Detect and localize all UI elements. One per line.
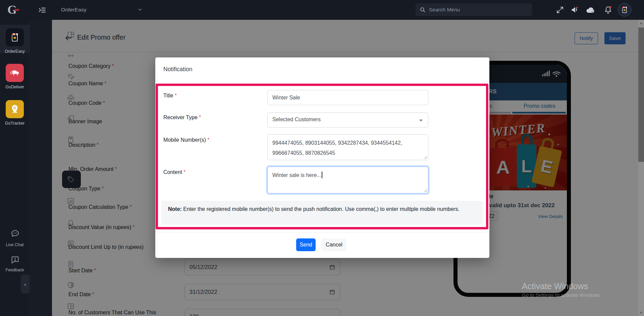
cloud-sync-icon[interactable] (585, 6, 596, 14)
menu-search[interactable]: Search Menu (416, 3, 532, 16)
content-label: Content* (163, 169, 185, 175)
app-label-gotracker: GoTracker (0, 121, 30, 126)
live-chat-icon[interactable] (10, 229, 20, 238)
chevron-down-icon[interactable] (137, 7, 143, 12)
modal-note: Note: Enter the registered mobile number… (161, 201, 483, 225)
mobile-numbers-label: Mobile Number(s)* (163, 137, 209, 143)
feedback-label: Feedback (0, 268, 30, 272)
sidebar-collapse-button[interactable]: ‹ (21, 275, 30, 294)
content-textarea[interactable]: Winter sale is here... (267, 167, 428, 193)
app-label-ordereasy: OrderEasy (0, 49, 30, 54)
app-switcher-label[interactable]: OrderEasy (61, 7, 87, 13)
app-ordereasy[interactable] (6, 28, 24, 46)
activate-windows-subtext: Go to Settings to activate Windows. (522, 292, 601, 298)
godeliver-truck-icon (10, 69, 20, 77)
app-sidebar: OrderEasy GoDeliver G GoTracker Live Cha… (0, 20, 30, 316)
svg-text:G: G (13, 106, 16, 110)
activate-windows-text: Activate Windows (522, 281, 588, 291)
top-navbar: G OrderEasy Search Menu (0, 0, 644, 20)
brand-logo[interactable]: G (7, 3, 21, 17)
feedback-icon[interactable] (10, 255, 20, 264)
scroll-down-arrow[interactable]: ▼ (638, 309, 644, 316)
logo-red-dash (14, 9, 19, 11)
footer-divider (155, 232, 489, 232)
text-cursor (322, 172, 322, 178)
module-rail (30, 20, 52, 316)
search-icon (420, 7, 426, 13)
account-avatar[interactable] (618, 3, 631, 16)
gotracker-pin-icon: G (10, 104, 19, 114)
search-placeholder: Search Menu (429, 7, 460, 13)
title-input[interactable] (267, 90, 428, 105)
scroll-up-arrow[interactable]: ▲ (638, 20, 644, 27)
scrollbar-thumb[interactable] (638, 28, 644, 162)
notification-modal: Notification Title* Receiver Type* Selec… (155, 57, 489, 258)
storefront-icon (621, 6, 628, 14)
live-chat-label: Live Chat (0, 242, 30, 247)
title-label: Title* (163, 93, 177, 99)
modal-title: Notification (163, 66, 193, 73)
ordereasy-store-icon (10, 32, 19, 43)
mobile-numbers-textarea[interactable]: 9944474055, 8903144055, 9342287434, 9344… (267, 134, 428, 160)
send-button[interactable]: Send (296, 238, 316, 251)
screen: G OrderEasy Search Menu (0, 0, 644, 316)
fullscreen-icon[interactable] (556, 6, 564, 14)
app-godeliver[interactable] (6, 64, 24, 82)
resize-grip[interactable] (423, 188, 427, 192)
page-scrollbar[interactable]: ▲ ▼ (638, 20, 644, 316)
receiver-type-select[interactable]: Selected Customers (267, 112, 428, 128)
receiver-type-label: Receiver Type* (163, 115, 201, 121)
resize-grip[interactable] (423, 155, 427, 159)
select-caret-icon (419, 120, 423, 122)
cancel-button[interactable]: Cancel (322, 238, 346, 251)
app-gotracker[interactable]: G (6, 100, 24, 118)
app-label-godeliver: GoDeliver (0, 85, 30, 89)
notifications-bell-icon[interactable] (604, 5, 612, 14)
sidebar-toggle-icon[interactable] (38, 6, 47, 14)
announcement-icon[interactable] (570, 5, 580, 14)
collapse-chevron-icon: ‹ (24, 281, 26, 287)
